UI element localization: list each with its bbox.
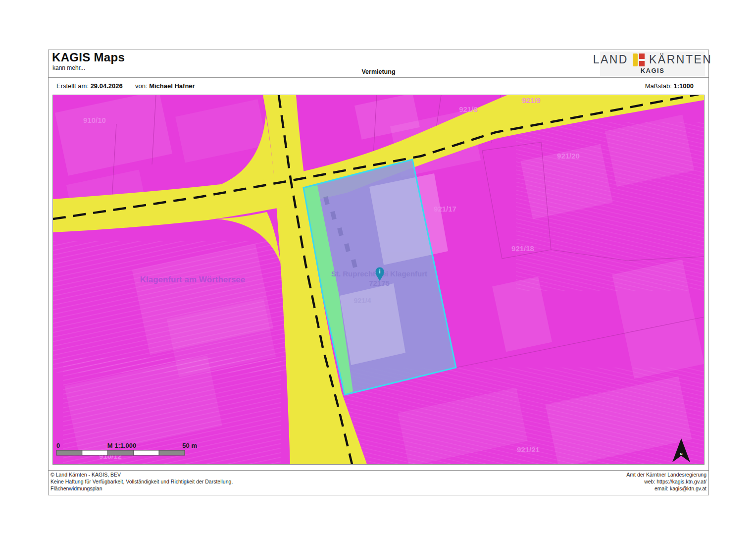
parcel-label: 921/8 (459, 105, 478, 113)
logo-wordmark: LAND KÄRNTEN (593, 54, 712, 66)
scale-bar-zero: 0 (56, 442, 60, 449)
footer-email: email: kagis@ktn.gv.at (626, 485, 706, 492)
parcel-label: 910/10 (83, 116, 106, 124)
svg-text:72175: 72175 (369, 279, 390, 287)
scale-info: Maßstab: 1:1000 (645, 82, 694, 90)
svg-text:i: i (379, 268, 380, 274)
parcel-label: 921/9 (522, 96, 541, 105)
footer-contact: Amt der Kärntner Landesregierung web: ht… (626, 472, 706, 492)
logo-kagis-text: KAGIS (641, 67, 665, 74)
zoning-map[interactable]: 910/10 921/8 921/9 921/20 921/17 921/18 … (53, 95, 704, 464)
kaernten-shield-icon (633, 54, 645, 66)
footer-disclaimer: © Land Kärnten - KAGIS, BEV Keine Haftun… (50, 472, 233, 492)
author-label: von: (135, 82, 148, 90)
created-info: Erstellt am: 29.04.2026 von: Michael Haf… (56, 82, 195, 90)
footer-web: web: https://kagis.ktn.gv.at/ (626, 479, 706, 485)
scale-value: 1:1000 (674, 82, 694, 90)
parcel-label-selected: 921/4 (353, 297, 371, 305)
print-sheet: KAGIS Maps kann mehr... Vermietung LAND … (48, 50, 709, 495)
parcel-label: 921/17 (434, 205, 456, 213)
meta-row: Erstellt am: 29.04.2026 von: Michael Haf… (49, 78, 708, 94)
created-date: 29.04.2026 (91, 82, 123, 90)
parcel-label: 921/21 (517, 445, 540, 454)
footer-liability: Keine Haftung für Verfügbarkeit, Vollstä… (50, 479, 233, 485)
svg-text:N: N (680, 452, 682, 456)
footer-agency: Amt der Kärntner Landesregierung (626, 472, 706, 479)
footer-copyright: © Land Kärnten - KAGIS, BEV (50, 472, 233, 479)
scale-label: Maßstab: (645, 82, 672, 90)
header: KAGIS Maps kann mehr... Vermietung LAND … (49, 50, 708, 78)
parcel-label: 921/18 (511, 244, 534, 253)
shield-red-squares (639, 54, 645, 66)
map-viewport[interactable]: 910/10 921/8 921/9 921/20 921/17 921/18 … (52, 95, 705, 465)
app-title: KAGIS Maps (52, 51, 125, 64)
logo-region-text: KÄRNTEN (649, 54, 712, 65)
land-kaernten-logo: LAND KÄRNTEN KAGIS (600, 52, 705, 76)
footer: © Land Kärnten - KAGIS, BEV Keine Haftun… (49, 470, 708, 495)
logo-land-text: LAND (593, 54, 628, 65)
place-label: Klagenfurt am Wörthersee (140, 275, 246, 284)
footer-plan-type: Flächenwidmungsplan (50, 485, 233, 492)
author-name: Michael Hafner (149, 82, 195, 90)
scale-bar-distance: 50 m (182, 442, 197, 449)
created-label: Erstellt am: (56, 82, 89, 90)
parcel-label: 921/20 (557, 152, 580, 160)
shield-yellow-bar (633, 54, 638, 66)
scale-bar-ratio: M 1:1.000 (107, 442, 137, 449)
